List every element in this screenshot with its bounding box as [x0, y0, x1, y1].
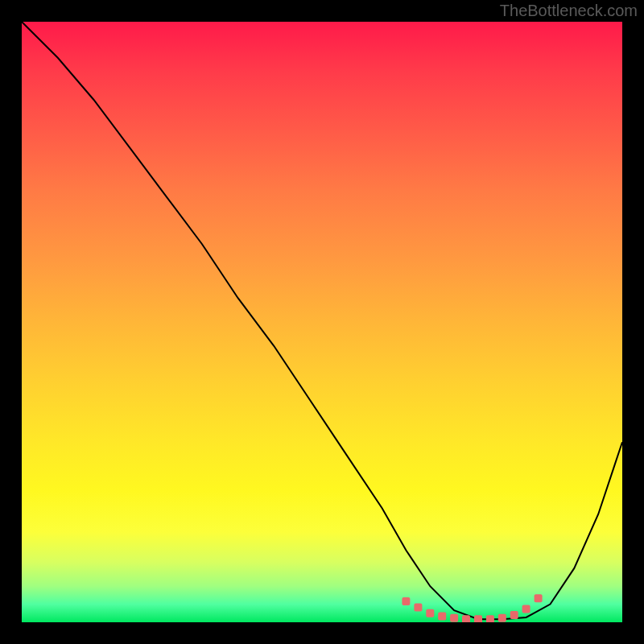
svg-rect-7 [486, 615, 494, 622]
watermark-text: TheBottleneck.com [500, 2, 638, 20]
chart-plot-area [22, 22, 622, 622]
svg-rect-6 [474, 615, 482, 622]
svg-rect-4 [450, 614, 458, 622]
svg-rect-8 [498, 614, 506, 622]
chart-svg [22, 22, 622, 622]
svg-rect-5 [462, 615, 470, 622]
svg-rect-0 [402, 597, 410, 605]
svg-rect-10 [522, 605, 530, 613]
svg-rect-11 [535, 594, 543, 602]
svg-rect-3 [438, 613, 446, 621]
svg-rect-2 [426, 609, 434, 617]
bottleneck-curve-line [22, 22, 622, 619]
svg-rect-1 [414, 603, 422, 611]
svg-rect-9 [510, 611, 518, 619]
